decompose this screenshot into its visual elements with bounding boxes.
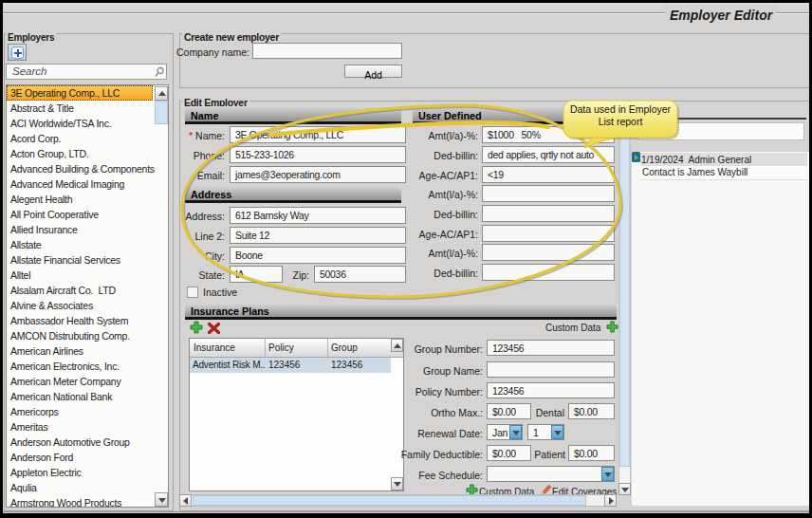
svg-text:Data used in Employer: Data used in Employer (570, 103, 672, 115)
svg-text:List report: List report (599, 116, 643, 127)
